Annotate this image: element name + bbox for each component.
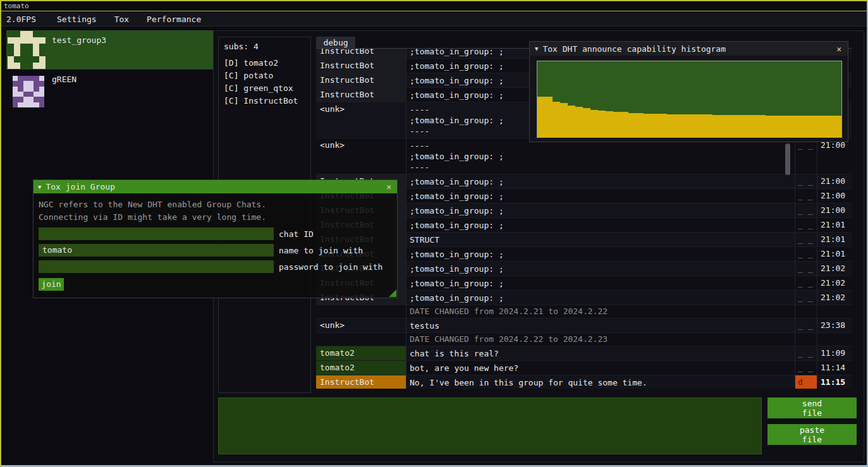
message-flags: _ _ [795, 233, 817, 246]
message-text: ;tomato_in_group: ; [406, 247, 795, 261]
histogram-bar [636, 113, 644, 137]
histogram-bar [781, 116, 788, 137]
message-text: ;tomato_in_group: ; [406, 291, 795, 305]
group-name: gREEN [52, 75, 76, 84]
histogram-bar [659, 114, 667, 137]
message-flags: _ _ [795, 276, 817, 290]
group-list-item-green[interactable]: gREEN [6, 73, 213, 107]
message-time: 21:01 [817, 247, 852, 261]
message-time: 11:15 [817, 375, 852, 389]
subs-member[interactable]: [D] tomato2 [224, 57, 305, 70]
message-text: ;tomato_in_group: ; [406, 218, 795, 232]
histogram-bar [644, 114, 651, 137]
message-text: No, I've been in this group for quite so… [406, 375, 795, 389]
histogram-bar [705, 114, 712, 137]
sender-name: InstructBot [316, 73, 406, 87]
histogram-bar [697, 114, 705, 137]
tab-debug[interactable]: debug [316, 37, 355, 49]
histogram-bar [834, 116, 841, 137]
histogram-bar [826, 116, 834, 137]
chat-message-row[interactable]: <unk>testus_ _23:38 [316, 318, 852, 333]
histogram-bar [811, 116, 819, 137]
send-file-button[interactable]: send file [767, 397, 857, 418]
sender-name: InstructBot [316, 375, 406, 389]
histogram-bar [590, 110, 598, 137]
send-file-label: send [802, 399, 822, 408]
paste-file-button[interactable]: paste file [767, 424, 857, 445]
join-name-input[interactable]: tomato [39, 244, 274, 257]
sender-name: InstructBot [316, 59, 406, 73]
menu-bar: 2.0FPS Settings Tox Performance [1, 12, 867, 27]
menu-tox[interactable]: Tox [106, 12, 138, 26]
message-flags: d [795, 375, 817, 389]
subs-member[interactable]: [C] potato [224, 70, 305, 82]
message-text: ;tomato_in_group: ; [406, 174, 795, 188]
subs-list: [D] tomato2[C] potato[C] green_qtox[C] I… [224, 57, 305, 107]
chat-scrollbar-thumb[interactable] [785, 143, 790, 175]
message-time: 21:02 [817, 276, 852, 290]
sender-name: tomato2 [316, 346, 406, 360]
dht-histogram-titlebar[interactable]: ▼ Tox DHT announce capability histogram … [530, 42, 848, 56]
subs-member[interactable]: [C] green_qtox [224, 82, 305, 95]
message-input[interactable] [218, 397, 762, 454]
message-text: ;tomato_in_group: ; [406, 276, 795, 290]
chat-message-row[interactable]: InstructBotNo, I've been in this group f… [316, 375, 852, 389]
histogram-bar [628, 113, 636, 137]
histogram-bar [750, 115, 758, 137]
chat-message-row[interactable]: tomato2bot, are you new here?_ _11:14 [316, 361, 852, 375]
collapse-icon[interactable]: ▼ [535, 45, 538, 52]
join-group-titlebar[interactable]: ▼ Tox join Group ✕ [34, 180, 397, 193]
histogram-bar [720, 115, 728, 137]
close-icon[interactable]: ✕ [835, 44, 843, 54]
histogram-bar [743, 115, 750, 137]
message-flags: _ _ [795, 247, 817, 261]
join-group-window: ▼ Tox join Group ✕ NGC refers to the New… [33, 179, 398, 298]
message-text: ----;tomato_in_group: ;---- [406, 138, 795, 174]
group-list-item-test-group3[interactable]: test_group3 [6, 30, 213, 70]
chat-id-input[interactable] [39, 227, 274, 240]
histogram-bar [651, 114, 659, 137]
histogram-bar [728, 115, 735, 137]
message-flags: _ _ [795, 318, 817, 332]
group-list: test_group3 gREEN [6, 30, 213, 107]
group-name: test_group3 [52, 35, 106, 45]
message-flags: _ _ [795, 361, 817, 375]
sender-name: <unk> [316, 102, 406, 138]
message-time: 23:38 [817, 318, 852, 332]
histogram-bar [804, 116, 811, 137]
histogram-bar [796, 116, 804, 137]
join-password-input[interactable] [39, 260, 274, 273]
resize-grip[interactable] [389, 289, 396, 297]
histogram-bar [690, 114, 697, 137]
histogram-bar [560, 103, 568, 137]
chat-message-row[interactable]: <unk>----;tomato_in_group: ;----_ _21:00 [316, 138, 852, 174]
message-time: 21:00 [817, 203, 852, 217]
message-time: 21:01 [817, 233, 852, 246]
histogram-bar [613, 112, 621, 137]
collapse-icon[interactable]: ▼ [38, 184, 41, 190]
histogram-plot [537, 61, 842, 138]
join-description-line: NGC refers to the New DHT enabled Group … [39, 198, 392, 211]
histogram-bar [735, 115, 743, 137]
join-button[interactable]: join [39, 278, 64, 291]
histogram-bar [606, 111, 613, 137]
histogram-bar [537, 97, 545, 137]
histogram-bar [575, 107, 583, 137]
menu-performance[interactable]: Performance [138, 12, 210, 26]
group-avatar [8, 31, 46, 69]
subs-member[interactable]: [C] InstructBot [224, 95, 305, 107]
close-icon[interactable]: ✕ [385, 182, 393, 191]
window-titlebar[interactable]: tomato [1, 1, 867, 11]
sender-name: <unk> [316, 318, 406, 332]
chat-id-label: chat ID [279, 229, 314, 239]
window-title: tomato [4, 2, 29, 10]
dht-histogram-title: Tox DHT announce capability histogram [542, 44, 726, 54]
menu-settings[interactable]: Settings [48, 12, 106, 26]
join-description-line: Connecting via ID might take a very long… [39, 211, 392, 224]
sender-name: InstructBot [316, 88, 406, 102]
message-time: 21:00 [817, 174, 852, 188]
chat-message-row[interactable]: tomato2chat is this real?_ _11:09 [316, 346, 852, 361]
histogram-bar [788, 116, 796, 137]
histogram-bar [758, 115, 766, 137]
histogram-bar [583, 108, 590, 137]
